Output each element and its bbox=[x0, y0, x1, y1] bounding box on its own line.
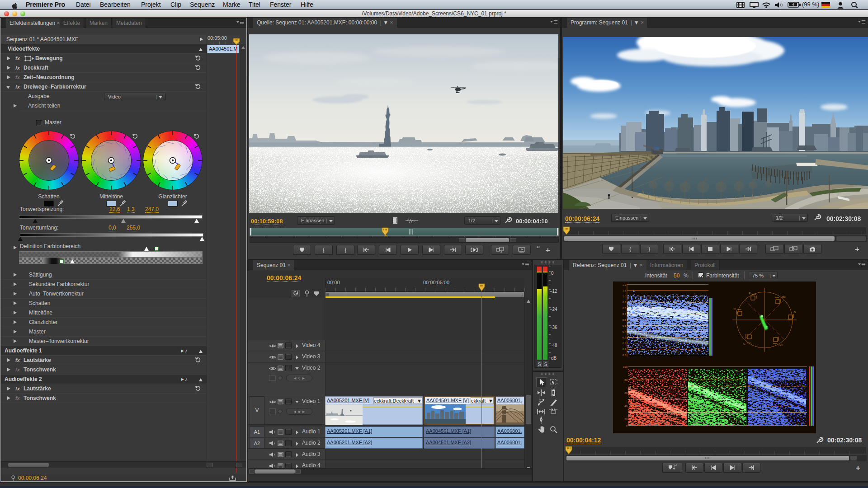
svg-text:0.8: 0.8 bbox=[623, 307, 627, 310]
svg-text:40: 40 bbox=[624, 405, 627, 408]
svg-text:0.0: 0.0 bbox=[623, 354, 627, 357]
svg-text:0: 0 bbox=[626, 424, 628, 427]
svg-text:R: R bbox=[749, 292, 751, 295]
svg-text:0.7: 0.7 bbox=[623, 313, 627, 315]
svg-text:1.1: 1.1 bbox=[623, 289, 627, 292]
svg-text:0.1: 0.1 bbox=[623, 348, 627, 351]
svg-text:60: 60 bbox=[624, 392, 627, 394]
svg-text:0.4: 0.4 bbox=[623, 330, 627, 333]
svg-text:1.2: 1.2 bbox=[623, 283, 627, 286]
svg-text:100: 100 bbox=[623, 366, 628, 368]
svg-text:0.5: 0.5 bbox=[623, 324, 627, 327]
svg-text:G: G bbox=[743, 343, 745, 345]
svg-text:B: B bbox=[794, 311, 796, 314]
svg-text:1.0: 1.0 bbox=[623, 295, 627, 298]
svg-text:20: 20 bbox=[624, 418, 627, 421]
svg-text:80: 80 bbox=[624, 379, 627, 381]
svg-text:0.6: 0.6 bbox=[623, 319, 627, 321]
svg-text:Cy: Cy bbox=[779, 343, 783, 346]
svg-text:Yl: Yl bbox=[733, 307, 736, 310]
svg-text:0.3: 0.3 bbox=[623, 336, 627, 339]
svg-text:0.2: 0.2 bbox=[623, 342, 627, 345]
svg-text:0.9: 0.9 bbox=[623, 301, 627, 304]
svg-text:Mg: Mg bbox=[782, 296, 785, 298]
